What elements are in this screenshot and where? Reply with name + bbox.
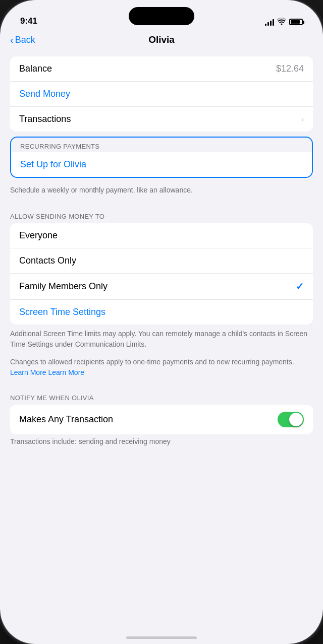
family-members-label: Family Members Only — [19, 281, 107, 292]
checkmark-icon: ✓ — [296, 281, 304, 292]
balance-value: $12.64 — [276, 63, 304, 74]
bottom-note: Transactions include: sending and receiv… — [0, 434, 323, 452]
back-label: Back — [15, 35, 35, 45]
dynamic-island — [129, 7, 194, 25]
toggle-knob — [289, 413, 303, 426]
phone-frame: 9:41 — [0, 0, 323, 644]
balance-label: Balance — [19, 63, 52, 74]
allow-sending-header: ALLOW SENDING MONEY TO — [0, 202, 323, 223]
recurring-payments-section: RECURRING PAYMENTS Set Up for Olivia — [10, 137, 313, 178]
content: Balance $12.64 Send Money Transactions ›… — [0, 51, 323, 457]
home-indicator — [126, 636, 197, 639]
family-members-row[interactable]: Family Members Only ✓ — [10, 274, 313, 300]
phone-screen: 9:41 — [0, 0, 323, 644]
signal-bars-icon — [265, 19, 274, 26]
notify-section-header: NOTIFY ME WHEN OLIVIA — [0, 385, 323, 405]
recurring-payments-inner: Set Up for Olivia — [11, 152, 312, 177]
signal-bar-2 — [267, 22, 269, 26]
learn-more-link[interactable]: Learn More — [10, 368, 46, 376]
contacts-only-row[interactable]: Contacts Only — [10, 248, 313, 274]
status-icons — [265, 18, 303, 26]
balance-card-group: Balance $12.64 Send Money Transactions › — [10, 56, 313, 132]
battery-fill — [291, 20, 300, 24]
footer-note-1: Additional Screen Time limits may apply.… — [0, 325, 323, 357]
send-money-row[interactable]: Send Money — [10, 82, 313, 107]
footer-note-2: Changes to allowed recipients apply to o… — [0, 357, 323, 385]
setup-label: Set Up for Olivia — [20, 159, 86, 170]
balance-row: Balance $12.64 — [10, 56, 313, 82]
back-chevron-icon: ‹ — [10, 34, 14, 46]
wifi-icon — [277, 18, 286, 26]
nav-bar: ‹ Back Olivia — [0, 30, 323, 51]
makes-any-transaction-toggle[interactable] — [278, 412, 304, 427]
screen-time-row[interactable]: Screen Time Settings — [10, 300, 313, 325]
learn-more-text: Learn More — [48, 368, 84, 376]
transactions-chevron-icon: › — [301, 115, 304, 124]
back-button[interactable]: ‹ Back — [10, 34, 35, 46]
signal-bar-4 — [273, 19, 274, 26]
makes-any-transaction-row: Makes Any Transaction — [10, 405, 313, 434]
everyone-row[interactable]: Everyone — [10, 223, 313, 248]
everyone-label: Everyone — [19, 230, 58, 241]
nav-title: Olivia — [148, 34, 175, 45]
transactions-row[interactable]: Transactions › — [10, 107, 313, 132]
recurring-description: Schedule a weekly or monthly payment, li… — [0, 181, 323, 202]
send-money-label: Send Money — [19, 89, 70, 99]
contacts-only-label: Contacts Only — [19, 255, 76, 266]
setup-row[interactable]: Set Up for Olivia — [11, 152, 312, 177]
status-time: 9:41 — [20, 16, 37, 26]
battery-icon — [289, 19, 303, 25]
signal-bar-1 — [265, 24, 266, 26]
transactions-label: Transactions — [19, 114, 71, 124]
screen-time-label: Screen Time Settings — [19, 307, 105, 317]
allow-card: Everyone Contacts Only Family Members On… — [10, 223, 313, 325]
signal-bar-3 — [270, 21, 272, 26]
footer-text-1: Additional Screen Time limits may apply.… — [10, 330, 307, 348]
footer-text-2: Changes to allowed recipients apply to o… — [10, 358, 294, 366]
makes-any-transaction-label: Makes Any Transaction — [19, 414, 113, 425]
recurring-payments-header: RECURRING PAYMENTS — [11, 138, 312, 152]
notify-card: Makes Any Transaction — [10, 405, 313, 434]
